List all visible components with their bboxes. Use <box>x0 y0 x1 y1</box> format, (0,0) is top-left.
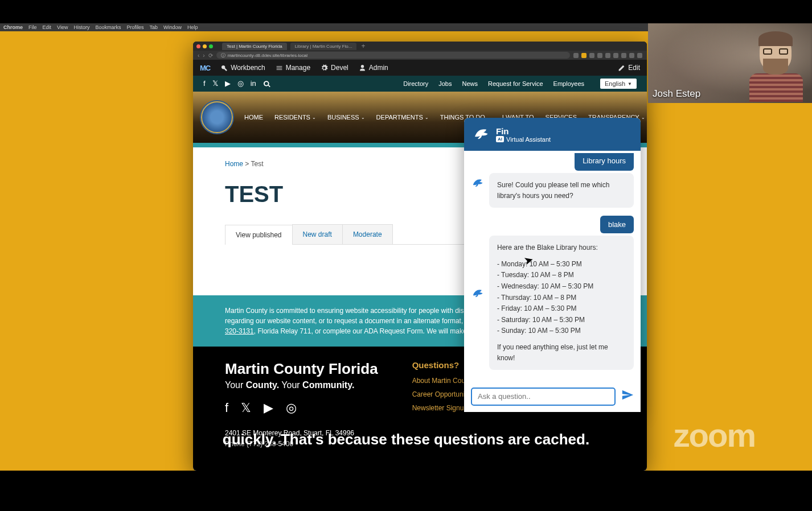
county-seal-logo[interactable] <box>201 101 233 133</box>
menubar-file[interactable]: File <box>28 24 37 30</box>
admin-workbench[interactable]: Workbench <box>220 64 265 72</box>
drupal-admin-toolbar: MC Workbench Manage Devel Admin Edit <box>193 60 647 76</box>
chatbot-name: Fin <box>496 126 551 136</box>
nav-business[interactable]: BUSINESS⌄ <box>327 114 365 121</box>
footer-legal: Accessibility | Terms of Service | Priva… <box>225 450 615 471</box>
library-hours-list: - Monday: 10 AM – 5:30 PM - Tuesday: 10 … <box>497 259 626 336</box>
nav-reload-icon[interactable]: ⟳ <box>208 52 213 59</box>
menubar-view[interactable]: View <box>57 24 68 30</box>
linkedin-icon[interactable]: in <box>251 79 256 88</box>
facebook-icon[interactable]: f <box>225 401 228 415</box>
admin-user[interactable]: Admin <box>359 64 388 72</box>
webcam-person <box>747 30 804 98</box>
social-icons: f 𝕏 ▶ ◎ in <box>203 79 271 88</box>
send-icon <box>621 389 634 401</box>
menubar-help[interactable]: Help <box>187 24 198 30</box>
nav-fwd-icon[interactable]: › <box>203 52 204 59</box>
toplink-jobs[interactable]: Jobs <box>438 80 452 87</box>
hours-mon: - Monday: 10 AM – 5:30 PM <box>497 259 626 270</box>
window-controls[interactable] <box>196 44 213 48</box>
admin-devel[interactable]: Devel <box>321 64 348 72</box>
footer-tag-d: Community. <box>302 380 354 390</box>
browser-tab-1[interactable]: Test | Martin County Florida <box>222 43 287 50</box>
search-icon[interactable] <box>263 79 271 88</box>
letterbox-top <box>0 0 812 23</box>
wrench-icon <box>220 64 228 72</box>
url-field[interactable]: ⓘmartincounty-d8.ddev.site/libraries-loc… <box>216 52 570 59</box>
language-select[interactable]: English▼ <box>600 79 637 89</box>
nav-departments[interactable]: DEPARTMENTS⌄ <box>376 114 429 121</box>
sailfish-icon <box>472 125 490 143</box>
toplink-directory[interactable]: Directory <box>403 80 428 87</box>
toplink-request[interactable]: Request for Service <box>488 80 543 87</box>
facebook-icon[interactable]: f <box>203 79 206 88</box>
tab-view-published[interactable]: View published <box>225 225 293 245</box>
sailfish-icon <box>471 287 485 300</box>
footer-tag-c: Your <box>281 380 300 390</box>
footer-social: f 𝕏 ▶ ◎ <box>225 401 378 415</box>
x-twitter-icon[interactable]: 𝕏 <box>212 79 218 88</box>
tab-new-draft[interactable]: New draft <box>292 224 343 244</box>
bot-message-1: Sure! Could you please tell me which lib… <box>489 173 634 208</box>
nav-back-icon[interactable]: ‹ <box>198 52 199 59</box>
url-text: martincounty-d8.ddev.site/libraries-loca… <box>228 53 307 58</box>
user-message-1: Library hours <box>575 153 634 171</box>
footer-tag-b: County. <box>246 380 279 390</box>
utility-topbar: f 𝕏 ▶ ◎ in Directory Jobs News Request f… <box>193 76 647 92</box>
menubar-edit[interactable]: Edit <box>43 24 52 30</box>
hours-wed: - Wednesday: 10 AM – 5:30 PM <box>497 281 626 292</box>
x-twitter-icon[interactable]: 𝕏 <box>241 401 251 415</box>
user-message-2: blake <box>600 216 634 233</box>
webcam-name: Josh Estep <box>653 88 700 100</box>
gear-icon <box>321 64 328 72</box>
browser-tab-2[interactable]: Library | Martin County Flo... <box>290 43 357 50</box>
chatbot-messages[interactable]: Library hours Sure! Could you please tel… <box>464 151 641 378</box>
bot2-outro: If you need anything else, just let me k… <box>497 342 626 363</box>
hours-fri: - Friday: 10 AM – 5:30 PM <box>497 303 626 314</box>
hours-thu: - Thursday: 10 AM – 8 PM <box>497 292 626 303</box>
nav-residents[interactable]: RESIDENTS⌄ <box>274 114 316 121</box>
menubar-window[interactable]: Window <box>163 24 182 30</box>
admin-edit[interactable]: Edit <box>618 64 640 72</box>
breadcrumb-current: Test <box>251 160 264 168</box>
nav-home-label: HOME <box>244 114 263 121</box>
nav-business-label: BUSINESS <box>327 114 359 121</box>
youtube-icon[interactable]: ▶ <box>225 79 231 88</box>
browser-tab-2-label: Library | Martin County Flo... <box>295 44 352 49</box>
admin-edit-label: Edit <box>628 64 640 72</box>
caret-down-icon: ⌄ <box>312 115 316 120</box>
browser-tab-1-label: Test | Martin County Florida <box>227 44 282 49</box>
caret-down-icon: ⌄ <box>361 115 365 120</box>
menubar-app[interactable]: Chrome <box>3 24 23 30</box>
admin-manage[interactable]: Manage <box>276 64 310 72</box>
chat-input[interactable] <box>471 388 616 406</box>
menubar-history[interactable]: History <box>73 24 89 30</box>
instagram-icon[interactable]: ◎ <box>237 79 244 88</box>
caret-down-icon: ⌄ <box>425 115 429 120</box>
nav-residents-label: RESIDENTS <box>274 114 310 121</box>
chatbot-panel: Fin AIVirtual Assistant Library hours Su… <box>464 118 641 412</box>
hours-tue: - Tuesday: 10 AM – 8 PM <box>497 270 626 281</box>
menubar-bookmarks[interactable]: Bookmarks <box>95 24 121 30</box>
send-button[interactable] <box>621 389 634 404</box>
admin-manage-label: Manage <box>286 64 310 72</box>
admin-workbench-label: Workbench <box>231 64 265 72</box>
tab-moderate[interactable]: Moderate <box>342 224 393 244</box>
ai-badge: AI <box>496 136 504 142</box>
admin-user-label: Admin <box>369 64 388 72</box>
new-tab-button[interactable]: + <box>361 42 365 50</box>
youtube-icon[interactable]: ▶ <box>264 401 273 415</box>
breadcrumb-home[interactable]: Home <box>225 160 243 168</box>
toplink-news[interactable]: News <box>462 80 478 87</box>
menubar-tab[interactable]: Tab <box>149 24 158 30</box>
hours-sat: - Saturday: 10 AM – 5:30 PM <box>497 315 626 325</box>
browser-addressbar: ‹ › ⟳ ⓘmartincounty-d8.ddev.site/librari… <box>193 51 647 60</box>
nav-home[interactable]: HOME <box>244 114 263 121</box>
menubar-profiles[interactable]: Profiles <box>126 24 143 30</box>
admin-logo[interactable]: MC <box>200 64 210 72</box>
breadcrumb-sep: > <box>245 160 249 168</box>
toplink-employees[interactable]: Employees <box>553 80 584 87</box>
extensions-tray[interactable] <box>573 53 642 58</box>
top-links: Directory Jobs News Request for Service … <box>403 80 584 87</box>
instagram-icon[interactable]: ◎ <box>286 401 297 415</box>
